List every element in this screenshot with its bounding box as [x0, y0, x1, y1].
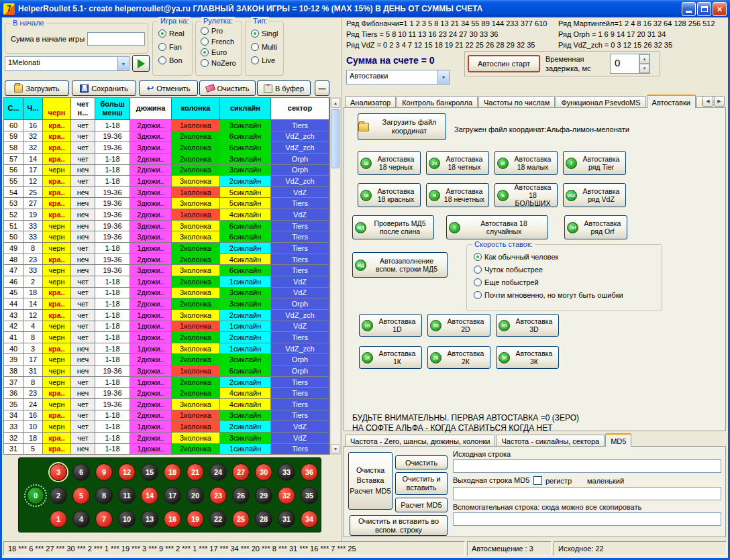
table-row[interactable]: 5932кра..чет19-363дюжи..2колонка6сиклайн…	[4, 131, 329, 143]
board-number-19[interactable]: 19	[187, 510, 204, 528]
table-row[interactable]: 5219кра..неч19-362дюжи..1колонка4сиклайн…	[4, 209, 329, 221]
table-row[interactable]: 5617черннеч1-182дюжи..2колонка3сиклайнOr…	[4, 165, 329, 176]
board-number-34[interactable]: 34	[301, 510, 318, 528]
delay-spinner[interactable]: 0 ▲ ▼	[610, 54, 650, 74]
titlebar[interactable]: 7 HelperRoullet 5.1- create helperroulle…	[0, 0, 730, 17]
autobet-button[interactable]: 2КАвтоставка 2К	[427, 346, 490, 369]
table-row[interactable]: 3917черннеч1-182дюжи..2колонка3сиклайнOr…	[4, 354, 329, 366]
clear-button[interactable]: Очистить	[199, 80, 256, 96]
board-number-35[interactable]: 35	[301, 487, 318, 504]
table-row[interactable]: 5133черннеч19-363дюжи..3колонка6сиклайнT…	[4, 221, 329, 232]
board-number-28[interactable]: 28	[255, 510, 272, 528]
table-row[interactable]: 462чернчет1-181дюжи..2колонка1сиклайнVdZ	[4, 276, 329, 288]
tab-scroll-right-button[interactable]: ▶	[714, 96, 725, 107]
maximize-button[interactable]	[697, 2, 711, 16]
scroll-down-button[interactable]: ▼	[331, 444, 340, 454]
table-row[interactable]: 424чернчет1-181дюжи..1колонка1сиклайнVdZ	[4, 321, 329, 333]
board-number-2[interactable]: 2	[50, 487, 67, 504]
spinner-down-button[interactable]: ▼	[639, 64, 649, 73]
board-number-25[interactable]: 25	[232, 510, 250, 528]
autobet-button[interactable]: 1КАвтоставка 1К	[359, 346, 422, 369]
autobet-button[interactable]: 3DАвтоставка 3D	[496, 314, 559, 337]
table-row[interactable]: 4823кра..неч19-362дюжи..2колонка4сиклайн…	[4, 254, 329, 266]
table-row[interactable]: 3310чернчет1-181дюжи..1колонка2сиклайнVd…	[4, 421, 329, 433]
board-number-31[interactable]: 31	[278, 510, 295, 528]
table-row[interactable]: 4312кра..чет1-181дюжи..3колонка2сиклайнV…	[4, 310, 329, 321]
table-row[interactable]: 3218кра..чет1-182дюжи..3колонка3сиклайнV…	[4, 433, 329, 444]
board-number-1[interactable]: 1	[50, 510, 67, 528]
board-number-4[interactable]: 4	[72, 510, 90, 528]
board-number-14[interactable]: 14	[141, 487, 158, 504]
combo-arrow-icon[interactable]: ▼	[437, 70, 449, 84]
table-row[interactable]: 4414кра..чет1-182дюжи..2колонка3сиклайнO…	[4, 298, 329, 310]
board-number-27[interactable]: 27	[232, 463, 250, 481]
table-row[interactable]: 5033черннеч19-363дюжи..3колонка6сиклайнT…	[4, 231, 329, 243]
scroll-up-button[interactable]: ▲	[331, 98, 340, 108]
board-number-15[interactable]: 15	[141, 463, 158, 481]
board-number-13[interactable]: 13	[141, 510, 158, 528]
table-row[interactable]: 3623кра..неч19-362дюжи..2колонка4сиклайн…	[4, 388, 329, 399]
minimize-button[interactable]	[682, 2, 696, 16]
board-number-9[interactable]: 9	[95, 463, 113, 481]
autospin-start-button[interactable]: Автоспин старт	[468, 55, 540, 72]
board-number-26[interactable]: 26	[232, 487, 250, 504]
table-row[interactable]: 5714кра..чет1-182дюжи..2колонка3сиклайнO…	[4, 154, 329, 165]
board-number-6[interactable]: 6	[72, 463, 90, 481]
autobet-button[interactable]: ТАвтоставка ряд Tier	[563, 151, 626, 175]
autofill-md5-button[interactable]: МД Автозаполнение вспом. строки МД5	[352, 252, 448, 278]
board-number-33[interactable]: 33	[278, 463, 295, 481]
autobet-button[interactable]: 2DАвтоставка 2D	[427, 314, 490, 337]
radio-Bon[interactable]: Bon	[158, 56, 185, 64]
autobet-button[interactable]: 18Автоставка 18 красных	[358, 183, 421, 207]
autobet-button[interactable]: 1DАвтоставка 1D	[359, 314, 422, 337]
table-row[interactable]: 3416кра..чет1-182дюжи..1колонка3сиклайнT…	[4, 410, 329, 422]
board-number-24[interactable]: 24	[209, 463, 227, 481]
close-button[interactable]: ×	[713, 2, 727, 16]
board-number-17[interactable]: 17	[164, 487, 181, 504]
mode-combobox[interactable]: Автоставки ▼	[346, 70, 450, 85]
tab-Частота - сиклайны, сектора[interactable]: Частота - сиклайны, сектора	[496, 435, 605, 446]
scroll-thumb[interactable]	[331, 109, 340, 168]
radio-Real[interactable]: Real	[158, 30, 185, 38]
board-number-8[interactable]: 8	[95, 487, 113, 504]
table-row[interactable]: 315кра..неч1-181дюжи..2колонка1сиклайнTi…	[4, 444, 329, 455]
radio-Fan[interactable]: Fan	[158, 43, 185, 51]
source-string-input[interactable]	[453, 459, 721, 473]
table-row[interactable]: 4733черннеч19-363дюжи..3колонка6сиклайнT…	[4, 265, 329, 276]
table-row[interactable]: 418чернчет1-181дюжи..2колонка2сиклайнTie…	[4, 332, 329, 343]
tab-Контроль банкролла[interactable]: Контроль банкролла	[397, 96, 478, 107]
register-checkbox[interactable]	[533, 476, 542, 485]
autobet-button[interactable]: 18Автоставка 18 черных	[358, 151, 421, 175]
history-table[interactable]: С...Ч...Кра..чернчетн...большменшдюжинак…	[3, 97, 330, 455]
collapse-button[interactable]: —	[315, 80, 329, 96]
board-number-16[interactable]: 16	[164, 510, 181, 528]
combo-arrow-icon[interactable]: ▼	[117, 57, 129, 70]
autobet-button[interactable]: OrfАвтоставка ряд Orf	[564, 215, 627, 239]
md5-clear-paste-calc-button[interactable]: Очистка Вставка Расчет MD5	[348, 452, 393, 510]
tab-Автоставки[interactable]: Автоставки	[647, 95, 696, 108]
board-number-21[interactable]: 21	[187, 463, 204, 481]
tab-Частота - Zero, шансы, дюжины, колонки[interactable]: Частота - Zero, шансы, дюжины, колонки	[345, 435, 495, 446]
autobet-button[interactable]: 2чАвтоставка 18 четных	[426, 151, 489, 175]
board-number-12[interactable]: 12	[118, 463, 136, 481]
profile-combobox[interactable]: 1Melonati ▼	[5, 56, 129, 71]
radio-Euro[interactable]: Euro	[201, 48, 236, 56]
md5-clear-button[interactable]: Очистить	[395, 455, 448, 469]
board-number-5[interactable]: 5	[72, 487, 90, 504]
table-row[interactable]: 5512кра..чет1-181дюжи..3колонка2сиклайнV…	[4, 176, 329, 187]
autobet-button[interactable]: 3КАвтоставка 3К	[496, 346, 559, 369]
radio-Как обычный человек[interactable]: Как обычный человек	[474, 253, 623, 261]
board-number-32[interactable]: 32	[278, 487, 295, 504]
board-number-10[interactable]: 10	[118, 510, 136, 528]
radio-Pro[interactable]: Pro	[201, 27, 236, 35]
table-row[interactable]: 498чернчет1-181дюжи..2колонка2сиклайнTie…	[4, 243, 329, 254]
board-number-20[interactable]: 20	[187, 487, 204, 504]
radio-NoZero[interactable]: NoZero	[201, 59, 236, 67]
table-row[interactable]: 5327кра..неч19-363дюжи..3колонка5сиклайн…	[4, 198, 329, 209]
radio-Чуток побыстрее[interactable]: Чуток побыстрее	[474, 266, 623, 274]
tab-Анализатор[interactable]: Анализатор	[345, 96, 396, 107]
table-row[interactable]: 3831черннеч19-363дюжи..1колонка6сиклайнO…	[4, 366, 329, 377]
autobet-button[interactable]: НАвтоставка 18 нечетных	[426, 183, 489, 207]
tab-Частоты по числам[interactable]: Частоты по числам	[478, 96, 555, 107]
board-number-3[interactable]: 3	[50, 463, 67, 481]
